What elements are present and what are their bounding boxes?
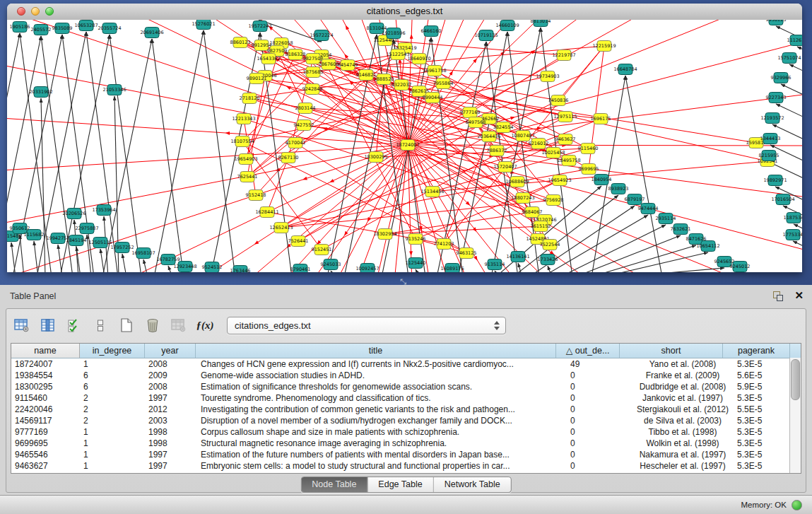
- function-builder-button[interactable]: ƒ(x): [196, 317, 213, 334]
- close-panel-icon[interactable]: ✕: [794, 289, 804, 302]
- graph-node[interactable]: [377, 74, 391, 85]
- column-header-in-degree[interactable]: in_degree: [80, 344, 145, 358]
- graph-node[interactable]: [553, 175, 567, 186]
- graph-node[interactable]: [543, 240, 557, 250]
- graph-node[interactable]: [425, 93, 440, 103]
- graph-node[interactable]: [558, 134, 572, 145]
- graph-node[interactable]: [488, 259, 502, 270]
- column-header-short[interactable]: short: [620, 344, 723, 358]
- column-header-out-degree[interactable]: △ out_de...: [556, 344, 620, 358]
- graph-node[interactable]: [516, 131, 530, 141]
- graph-node[interactable]: [717, 257, 731, 267]
- graph-node[interactable]: [242, 93, 257, 104]
- graph-node[interactable]: [233, 37, 247, 48]
- graph-node[interactable]: [594, 175, 608, 185]
- column-header-title[interactable]: title: [196, 344, 556, 358]
- graph-node[interactable]: [253, 21, 267, 32]
- graph-node[interactable]: [774, 73, 788, 83]
- graph-node[interactable]: [479, 30, 493, 41]
- scrollbar-thumb[interactable]: [791, 359, 800, 400]
- table-row[interactable]: 1872400712008Changes of HCN gene express…: [11, 358, 801, 370]
- graph-node[interactable]: [511, 252, 525, 262]
- tab-edge-table[interactable]: Edge Table: [367, 477, 433, 492]
- graph-node[interactable]: [424, 26, 438, 37]
- graph-node[interactable]: [469, 117, 483, 128]
- column-header-year[interactable]: year: [145, 344, 196, 358]
- graph-node[interactable]: [541, 71, 555, 82]
- graph-node[interactable]: [178, 262, 192, 272]
- graph-node[interactable]: [582, 164, 596, 175]
- graph-node[interactable]: [776, 194, 790, 205]
- graph-node[interactable]: [768, 175, 782, 186]
- table-selector-dropdown[interactable]: citations_edges.txt: [227, 317, 506, 334]
- column-checklist-button[interactable]: [66, 317, 83, 334]
- graph-node[interactable]: [597, 41, 611, 52]
- graph-node[interactable]: [782, 53, 796, 64]
- graph-node[interactable]: [161, 255, 175, 265]
- network-window-titlebar[interactable]: citations_edges.txt: [7, 4, 802, 21]
- graph-node[interactable]: [541, 255, 555, 265]
- graph-node[interactable]: [55, 23, 69, 34]
- delete-table-button[interactable]: [170, 317, 187, 334]
- graph-node[interactable]: [254, 40, 269, 51]
- graph-node[interactable]: [534, 20, 548, 27]
- graph-node[interactable]: [27, 230, 41, 240]
- graph-node[interactable]: [145, 28, 159, 38]
- graph-node[interactable]: [249, 190, 263, 201]
- graph-node[interactable]: [641, 204, 655, 214]
- graph-node[interactable]: [463, 107, 477, 118]
- graph-node[interactable]: [306, 54, 320, 64]
- graph-node[interactable]: [237, 114, 251, 124]
- graph-node[interactable]: [562, 156, 576, 166]
- graph-node[interactable]: [261, 54, 276, 64]
- graph-node[interactable]: [490, 146, 504, 156]
- table-row[interactable]: 2242004622012Investigating the contribut…: [11, 404, 801, 415]
- graph-node[interactable]: [359, 70, 373, 81]
- graph-node[interactable]: [306, 67, 320, 78]
- graph-node[interactable]: [412, 54, 426, 64]
- graph-node[interactable]: [360, 264, 375, 273]
- graph-node[interactable]: [510, 177, 524, 187]
- graph-node[interactable]: [516, 193, 530, 204]
- graph-node[interactable]: [281, 153, 295, 163]
- graph-node[interactable]: [534, 221, 548, 232]
- graph-node[interactable]: [733, 262, 747, 272]
- graph-node[interactable]: [305, 84, 319, 95]
- table-row[interactable]: 1830029562008Estimation of significance …: [11, 381, 801, 392]
- graph-node[interactable]: [239, 154, 253, 165]
- graph-node[interactable]: [378, 229, 392, 240]
- table-vertical-scrollbar[interactable]: [789, 358, 801, 473]
- graph-node[interactable]: [369, 152, 383, 163]
- tab-network-table[interactable]: Network Table: [433, 477, 511, 492]
- graph-node[interactable]: [769, 93, 783, 103]
- graph-node[interactable]: [659, 214, 673, 224]
- graph-node[interactable]: [79, 21, 93, 31]
- graph-node[interactable]: [496, 122, 510, 133]
- graph-node[interactable]: [297, 120, 311, 131]
- column-header-name[interactable]: name: [11, 344, 80, 358]
- graph-node[interactable]: [581, 144, 595, 154]
- graph-node[interactable]: [394, 80, 408, 90]
- column-header-pagerank[interactable]: pagerank: [723, 344, 790, 358]
- graph-node[interactable]: [531, 139, 546, 149]
- graph-node[interactable]: [324, 259, 338, 270]
- graph-node[interactable]: [274, 223, 288, 233]
- graph-node[interactable]: [260, 207, 274, 218]
- graph-node[interactable]: [13, 22, 27, 33]
- graph-node[interactable]: [408, 258, 423, 269]
- graph-node[interactable]: [762, 151, 776, 161]
- graph-node[interactable]: [482, 132, 496, 142]
- graph-node[interactable]: [291, 236, 305, 247]
- graph-node[interactable]: [51, 233, 65, 244]
- graph-node[interactable]: [408, 234, 423, 245]
- table-row[interactable]: 911546021997Tourette syndrome. Phenomeno…: [11, 392, 801, 404]
- graph-node[interactable]: [437, 239, 451, 250]
- graph-node[interactable]: [93, 238, 107, 248]
- graph-node[interactable]: [765, 113, 779, 124]
- graph-node[interactable]: [387, 28, 401, 39]
- delete-column-button[interactable]: [144, 317, 161, 334]
- tab-node-table[interactable]: Node Table: [301, 477, 367, 492]
- graph-node[interactable]: [701, 241, 715, 252]
- graph-node[interactable]: [558, 112, 572, 122]
- graph-node[interactable]: [790, 35, 802, 46]
